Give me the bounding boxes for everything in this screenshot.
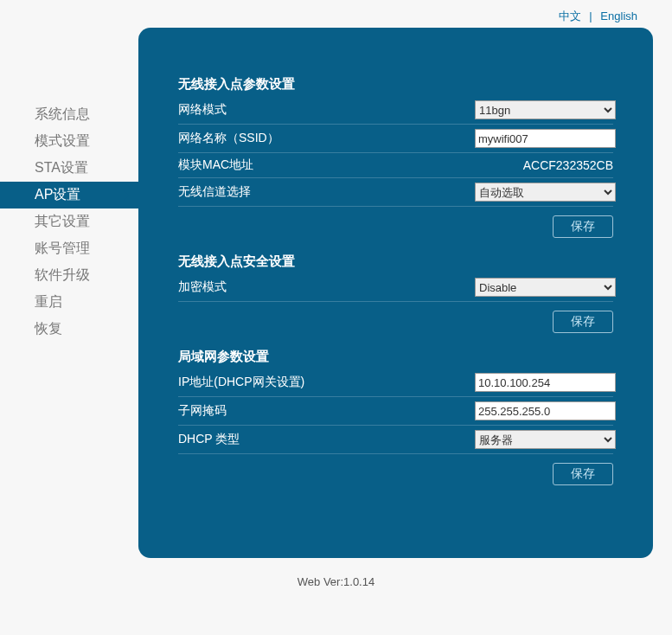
lang-cn-link[interactable]: 中文 <box>559 10 581 22</box>
main-panel: 无线接入点参数设置 网络模式 11bgn 网络名称（SSID） 模块MAC地址 … <box>138 28 653 558</box>
row-subnet-mask: 子网掩码 <box>178 397 613 426</box>
sidebar-item-account-mgmt[interactable]: 账号管理 <box>0 235 138 262</box>
mac-value: ACCF232352CB <box>523 158 613 172</box>
sidebar-item-other-settings[interactable]: 其它设置 <box>0 208 138 235</box>
wireless-ap-security-title: 无线接入点安全设置 <box>178 253 613 270</box>
subnet-mask-label: 子网掩码 <box>178 403 475 419</box>
footer-version: Web Ver:1.0.14 <box>0 558 672 606</box>
row-dhcp-type: DHCP 类型 服务器 <box>178 426 613 454</box>
lan-params-title: 局域网参数设置 <box>178 349 613 365</box>
sidebar-item-system-info[interactable]: 系统信息 <box>0 101 138 128</box>
sidebar-item-reboot[interactable]: 重启 <box>0 289 138 316</box>
channel-label: 无线信道选择 <box>178 184 475 200</box>
sidebar-item-software-upgrade[interactable]: 软件升级 <box>0 262 138 289</box>
sidebar-item-mode-settings[interactable]: 模式设置 <box>0 128 138 155</box>
network-mode-select[interactable]: 11bgn <box>475 100 616 119</box>
channel-select[interactable]: 自动选取 <box>475 183 616 202</box>
mac-label: 模块MAC地址 <box>178 157 523 173</box>
save-button-3[interactable]: 保存 <box>553 463 613 485</box>
save-button-1[interactable]: 保存 <box>553 215 613 238</box>
row-ssid: 网络名称（SSID） <box>178 125 613 153</box>
lang-en-link[interactable]: English <box>600 10 637 22</box>
dhcp-type-select[interactable]: 服务器 <box>475 430 616 449</box>
row-mac: 模块MAC地址 ACCF232352CB <box>178 153 613 178</box>
ip-label: IP地址(DHCP网关设置) <box>178 375 475 390</box>
sidebar: 系统信息 模式设置 STA设置 AP设置 其它设置 账号管理 软件升级 重启 恢… <box>0 28 138 558</box>
dhcp-type-label: DHCP 类型 <box>178 432 475 447</box>
wireless-ap-params-title: 无线接入点参数设置 <box>178 76 613 93</box>
sidebar-item-ap-settings[interactable]: AP设置 <box>0 182 138 208</box>
row-ip: IP地址(DHCP网关设置) <box>178 369 613 397</box>
ssid-label: 网络名称（SSID） <box>178 131 475 146</box>
row-channel: 无线信道选择 自动选取 <box>178 178 613 207</box>
encryption-select[interactable]: Disable <box>475 278 616 297</box>
ssid-input[interactable] <box>475 129 616 148</box>
lang-separator: | <box>589 10 592 22</box>
encryption-label: 加密模式 <box>178 279 475 295</box>
network-mode-label: 网络模式 <box>178 102 475 118</box>
sidebar-item-restore[interactable]: 恢复 <box>0 316 138 343</box>
subnet-mask-input[interactable] <box>475 401 616 420</box>
row-encryption: 加密模式 Disable <box>178 273 613 302</box>
language-bar: 中文 | English <box>0 0 672 28</box>
row-network-mode: 网络模式 11bgn <box>178 96 613 125</box>
save-button-2[interactable]: 保存 <box>553 311 613 333</box>
sidebar-item-sta-settings[interactable]: STA设置 <box>0 155 138 182</box>
ip-input[interactable] <box>475 373 616 392</box>
